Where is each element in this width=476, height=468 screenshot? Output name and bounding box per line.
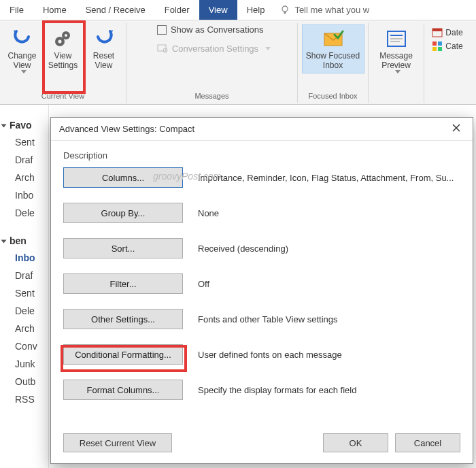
other-settings-button[interactable]: Other Settings... [63,309,183,329]
reset-view-label: Reset View [87,51,121,70]
menu-send-receive[interactable]: Send / Receive [76,0,155,20]
main-menubar: File Home Send / Receive Folder View Hel… [0,0,476,20]
menu-file[interactable]: File [0,0,33,20]
gear-icon [52,28,74,50]
change-view-button[interactable]: Change View [3,24,41,77]
tell-me-search[interactable]: Tell me what you w [274,0,476,20]
ribbon-group-focused-inbox: Show Focused Inbox Focused Inbox [298,23,369,103]
conditional-formatting-value: User defined fonts on each message [198,350,460,360]
svg-point-0 [282,6,288,12]
conversation-settings-icon [157,43,168,54]
sort-button[interactable]: Sort... [63,238,183,258]
dialog-title: Advanced View Settings: Compact [59,124,194,134]
reset-view-icon [93,28,115,50]
filter-button[interactable]: Filter... [63,273,183,294]
chevron-down-icon [395,70,401,73]
show-focused-inbox-label: Show Focused Inbox [304,51,362,70]
conditional-formatting-button[interactable]: Conditional Formatting... [63,344,183,365]
ribbon-group-current-view: Change View View Settings Reset View Cur… [0,23,126,103]
show-conversations-checkbox[interactable]: Show as Conversations [157,24,271,35]
nav-fav-item[interactable]: Arch [0,169,48,186]
arrange-date-label: Date [445,28,462,37]
format-columns-button[interactable]: Format Columns... [63,380,183,400]
message-preview-label: Message Preview [374,51,419,70]
nav-fav-item[interactable]: Draf [0,151,48,169]
menu-view[interactable]: View [199,0,237,20]
view-settings-button[interactable]: View Settings [44,24,82,73]
dialog-footer: Reset Current View OK Cancel [51,427,473,463]
nav-folder-item[interactable]: Sent [0,284,48,302]
svg-point-5 [58,40,61,44]
menu-folder[interactable]: Folder [155,0,199,20]
cancel-button[interactable]: Cancel [395,433,460,452]
columns-value: Importance, Reminder, Icon, Flag Status,… [198,173,460,183]
menu-help[interactable]: Help [237,0,275,20]
sort-value: Received (descending) [198,244,460,254]
show-conversations-label: Show as Conversations [171,24,264,35]
conversation-settings-label: Conversation Settings [172,44,258,54]
ribbon-group-arrangement: Date Cate [424,23,471,103]
nav-folder-item[interactable]: Dele [0,302,48,320]
description-label: Description [63,150,460,161]
ok-button[interactable]: OK [323,433,388,452]
nav-inbox[interactable]: Inbo [0,249,48,267]
svg-rect-16 [438,41,442,46]
advanced-view-settings-dialog: Advanced View Settings: Compact Descript… [50,117,473,464]
nav-folder-item[interactable]: RSS [0,390,48,408]
ribbon-group-label-current-view: Current View [41,90,84,101]
reset-current-view-button[interactable]: Reset Current View [63,433,172,452]
filter-value: Off [198,279,460,289]
ribbon-group-messages: Show as Conversations Conversation Setti… [126,23,298,103]
svg-rect-1 [284,12,286,14]
nav-folder-item[interactable]: Conv [0,337,48,355]
nav-account-header[interactable]: ben [0,233,48,249]
lightbulb-icon [279,5,290,16]
change-view-label: Change View [5,51,39,70]
show-focused-inbox-button[interactable]: Show Focused Inbox [302,24,364,73]
tell-me-placeholder: Tell me what you w [294,5,369,15]
message-preview-button[interactable]: Message Preview [372,24,421,77]
nav-folder-item[interactable]: Junk [0,355,48,373]
ribbon-group-layout: Message Preview [369,23,424,103]
checkbox-icon [157,25,167,35]
focused-inbox-icon [322,28,344,50]
change-view-icon [12,28,33,50]
svg-rect-17 [432,47,437,51]
svg-point-3 [65,34,67,37]
nav-fav-item[interactable]: Sent [0,133,48,151]
arrange-by-categories[interactable]: Cate [432,41,462,52]
nav-favorites-header[interactable]: Favo [0,117,48,133]
arrange-by-date[interactable]: Date [432,27,462,38]
group-by-button[interactable]: Group By... [63,203,183,223]
view-settings-label: View Settings [46,51,80,70]
menu-home[interactable]: Home [33,0,76,20]
svg-rect-14 [432,29,442,31]
close-button[interactable] [444,120,469,139]
chevron-down-icon [21,70,27,73]
ribbon-group-label-messages: Messages [194,90,228,101]
ribbon-group-label-focused: Focused Inbox [308,90,357,101]
svg-rect-6 [158,45,166,51]
reset-view-button[interactable]: Reset View [85,24,123,73]
nav-folder-item[interactable]: Outb [0,373,48,390]
calendar-icon [432,27,443,38]
ribbon: Change View View Settings Reset View Cur… [0,20,476,105]
dialog-body: Description groovyPost.com Columns... Im… [51,141,473,427]
nav-fav-item[interactable]: Dele [0,204,48,222]
columns-button[interactable]: Columns... [63,167,183,188]
svg-point-7 [163,48,167,52]
nav-fav-item[interactable]: Inbo [0,186,48,204]
conversation-settings-button: Conversation Settings [157,43,271,54]
other-settings-value: Fonts and other Table View settings [198,314,460,324]
format-columns-value: Specify the display formats for each fie… [198,385,460,395]
nav-folder-item[interactable]: Draf [0,267,48,284]
dialog-titlebar: Advanced View Settings: Compact [51,118,473,141]
close-icon [452,124,460,134]
nav-folder-item[interactable]: Arch [0,320,48,337]
svg-rect-18 [438,47,442,51]
group-by-value: None [198,208,460,218]
categories-icon [432,41,443,52]
folder-navigation-pane: Favo Sent Draf Arch Inbo Dele ben Inbo D… [0,105,49,468]
arrange-categories-label: Cate [445,41,462,51]
chevron-down-icon [265,47,271,50]
